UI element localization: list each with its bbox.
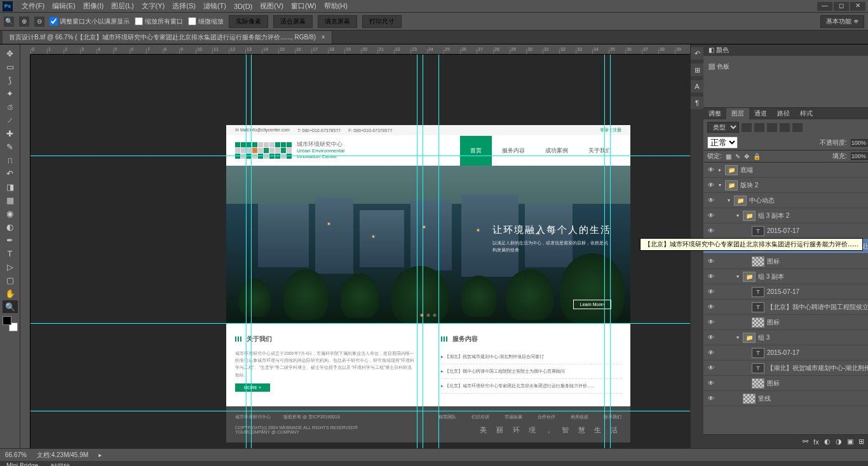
menu-layer[interactable]: 图层(L) (107, 1, 137, 11)
timeline-tab[interactable]: 时间轴 (44, 461, 76, 466)
layer-name[interactable]: 图标 (767, 318, 868, 327)
scrubby-zoom-check[interactable]: 细微缩放 (188, 17, 224, 26)
opacity-input[interactable] (851, 139, 868, 147)
visibility-toggle-icon[interactable]: 👁 (703, 334, 719, 341)
mask-icon[interactable]: ◐ (824, 437, 831, 446)
expand-arrow-icon[interactable]: ▾ (736, 335, 743, 340)
eraser-tool[interactable]: ◨ (3, 180, 18, 193)
adjustment-icon[interactable]: ◑ (836, 437, 842, 446)
layer-name[interactable]: 2015-07-17 (767, 349, 868, 356)
zoom-tool[interactable]: 🔍 (3, 300, 18, 313)
mini-bridge-tab[interactable]: Mini Bridge (0, 461, 44, 466)
visibility-toggle-icon[interactable]: 👁 (703, 273, 719, 280)
document-tab[interactable]: 首页设计B.tif @ 66.7% (【北京】城市环境研究中心专家团赴北京排水集… (3, 31, 332, 44)
zoom-level[interactable]: 66.67% (5, 451, 27, 458)
layer-row[interactable]: 👁T2015-07-17 (703, 284, 868, 300)
menu-view[interactable]: 视图(V) (256, 1, 287, 11)
visibility-toggle-icon[interactable]: 👁 (703, 364, 719, 371)
visibility-toggle-icon[interactable]: 👁 (703, 227, 719, 234)
layer-row[interactable]: 👁▾📁组 3 (703, 330, 868, 345)
layer-name[interactable]: 竖线 (758, 394, 868, 403)
lasso-tool[interactable]: ⟆ (3, 74, 18, 86)
layer-row[interactable]: 👁图标 (703, 376, 868, 391)
type-tool[interactable]: T (3, 247, 18, 260)
brush-tool[interactable]: ✎ (3, 140, 18, 153)
filter-pixel-icon[interactable] (742, 123, 752, 132)
visibility-toggle-icon[interactable]: 👁 (703, 166, 719, 173)
visibility-toggle-icon[interactable]: 👁 (703, 349, 719, 356)
layer-name[interactable]: 版块 2 (740, 181, 868, 190)
ruler-origin[interactable] (20, 44, 31, 55)
visibility-toggle-icon[interactable]: 👁 (703, 212, 719, 219)
crop-tool[interactable]: ⟃ (3, 100, 18, 113)
layer-row[interactable]: 👁▾📁版块 2 (703, 178, 868, 193)
filter-shape-icon[interactable] (780, 123, 790, 132)
lock-pixel-icon[interactable]: ✎ (735, 153, 740, 160)
layers-tab[interactable]: 图层 (726, 108, 749, 119)
expand-arrow-icon[interactable]: ▾ (728, 197, 734, 203)
layer-row[interactable]: 👁▾📁中心动态 (703, 193, 868, 208)
zoom-all-check[interactable]: 缩放所有窗口 (135, 17, 183, 26)
workspace-selector[interactable]: 基本功能 ≑ (820, 15, 864, 28)
layer-name[interactable]: 【北京】我中心聘请中国工程院侯立... (767, 303, 868, 312)
channels-tab[interactable]: 通道 (749, 108, 772, 119)
dodge-tool[interactable]: ◐ (3, 220, 18, 233)
expand-arrow-icon[interactable]: ▾ (736, 274, 743, 279)
lock-trans-icon[interactable]: ▦ (726, 153, 731, 160)
color-swatches[interactable] (3, 316, 18, 331)
path-select-tool[interactable]: ▷ (3, 260, 18, 273)
wand-tool[interactable]: ✦ (3, 87, 18, 100)
pen-tool[interactable]: ✒ (3, 234, 18, 246)
layer-row[interactable]: 👁▾📁组 3 副本 (703, 269, 868, 284)
layer-row[interactable]: 👁▾📁组 3 副本 2 (703, 208, 868, 223)
doc-size[interactable]: 文档:4.23M/45.9M (37, 451, 88, 460)
zoom-out-icon[interactable]: ⊖ (34, 17, 44, 27)
history-brush-tool[interactable]: ↶ (3, 167, 18, 180)
vertical-ruler[interactable] (20, 55, 31, 448)
menu-3d[interactable]: 3D(D) (230, 3, 256, 10)
visibility-toggle-icon[interactable]: 👁 (703, 319, 719, 326)
fx-icon[interactable]: fx (813, 438, 819, 446)
visibility-toggle-icon[interactable]: 👁 (703, 395, 719, 402)
layer-name[interactable]: 底端 (740, 166, 868, 175)
link-layers-icon[interactable]: ⚯ (803, 437, 808, 446)
visibility-toggle-icon[interactable]: 👁 (703, 258, 719, 265)
layer-name[interactable]: 【湖北】祝贺城市规划中心-湖北荆州... (767, 364, 868, 373)
filter-smart-icon[interactable] (792, 123, 803, 132)
paragraph-panel-icon[interactable]: ¶ (691, 97, 703, 109)
layer-row[interactable]: 👁图标 (703, 315, 868, 330)
menu-window[interactable]: 窗口(W) (287, 1, 320, 11)
visibility-toggle-icon[interactable]: 👁 (703, 303, 719, 310)
minimize-button[interactable]: — (817, 2, 832, 11)
move-tool[interactable]: ✥ (3, 47, 18, 60)
new-layer-icon[interactable]: ⊞ (858, 437, 864, 446)
layer-name[interactable]: 2015-07-17 (767, 227, 868, 234)
layer-name[interactable]: 组 3 (758, 333, 868, 342)
menu-help[interactable]: 帮助(H) (320, 1, 351, 11)
canvas-content[interactable]: ✉ Mail:info@citycenter.com T: 086+010-67… (31, 55, 690, 448)
hand-tool[interactable]: ✋ (3, 287, 18, 300)
blur-tool[interactable]: ◉ (3, 207, 18, 220)
menu-image[interactable]: 图像(I) (79, 1, 107, 11)
horizontal-ruler[interactable]: 0123456789101112131415161718192021222324… (31, 44, 690, 55)
character-panel-icon[interactable]: A (691, 80, 703, 93)
layer-row[interactable]: 👁图标 (703, 254, 868, 269)
properties-panel-icon[interactable]: ⊞ (691, 63, 703, 76)
visibility-toggle-icon[interactable]: 👁 (703, 197, 719, 204)
fill-input[interactable] (851, 152, 868, 160)
stamp-tool[interactable]: ⎍ (3, 154, 18, 166)
gradient-tool[interactable]: ▦ (3, 194, 18, 206)
layer-name[interactable]: 中心动态 (749, 196, 868, 205)
layer-row[interactable]: 👁竖线 (703, 391, 868, 406)
menu-file[interactable]: 文件(F) (18, 1, 48, 11)
history-panel-icon[interactable]: ↶ (691, 47, 703, 60)
layer-row[interactable]: 👁T【北京】我中心聘请中国工程院侯立... (703, 300, 868, 315)
zoom-in-icon[interactable]: ⊕ (19, 17, 29, 27)
layer-name[interactable]: 2015-07-17 (767, 288, 868, 295)
group-icon[interactable]: ▣ (847, 437, 853, 446)
layer-name[interactable]: 图标 (767, 257, 868, 266)
layers-list[interactable]: 👁▸📁底端👁▾📁版块 2👁▾📁中心动态👁▾📁组 3 副本 2👁T2015-07-… (703, 163, 868, 434)
lock-all-icon[interactable]: 🔒 (753, 153, 761, 160)
eyedropper-tool[interactable]: ⟋ (3, 114, 18, 126)
maximize-button[interactable]: ◻ (834, 2, 849, 11)
